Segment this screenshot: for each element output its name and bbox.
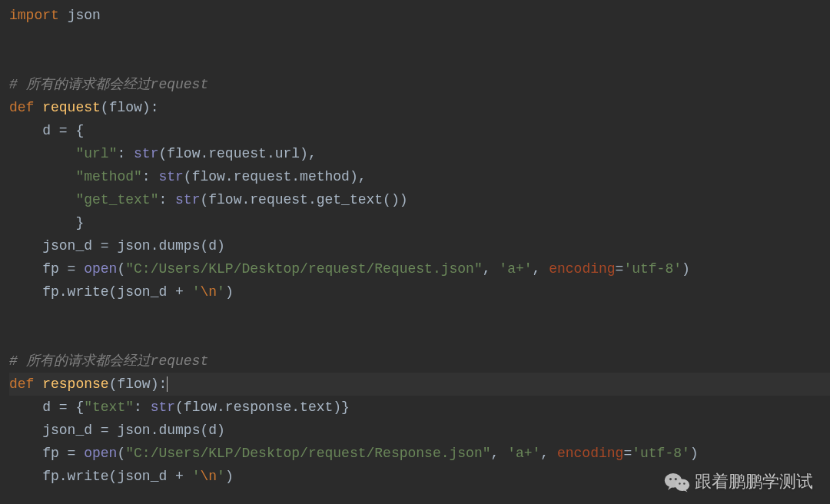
code-token: ,	[491, 446, 508, 461]
code-token: d = {	[9, 123, 84, 138]
code-token: open	[84, 261, 117, 277]
code-token: 'utf-8'	[623, 261, 682, 277]
code-line[interactable]: fp = open("C:/Users/KLP/Desktop/request/…	[9, 442, 830, 465]
svg-point-5	[683, 482, 686, 485]
code-token: 'utf-8'	[632, 446, 690, 461]
code-token: :	[158, 192, 175, 207]
code-token: :	[117, 146, 134, 161]
svg-point-1	[669, 478, 672, 480]
code-token: '	[217, 284, 225, 300]
code-token: (flow.request.get_text())	[200, 192, 407, 207]
code-token: "url"	[75, 146, 117, 161]
code-token: encoding	[557, 446, 623, 461]
code-token	[9, 192, 75, 207]
code-token: '	[192, 469, 201, 484]
code-token: '	[217, 469, 225, 484]
code-line[interactable]: fp.write(json_d + '\n')	[9, 280, 830, 303]
code-line[interactable]: "url": str(flow.request.url),	[9, 142, 830, 165]
svg-point-4	[679, 482, 681, 485]
code-line[interactable]	[9, 327, 830, 350]
code-editor[interactable]: import json # 所有的请求都会经过requestdef reques…	[0, 4, 830, 488]
code-token: "C:/Users/KLP/Desktop/request/Response.j…	[125, 446, 490, 461]
code-token: open	[84, 446, 117, 461]
code-token: '	[192, 284, 201, 300]
code-token: (flow.request.method),	[184, 169, 367, 184]
code-token: # 所有的请求都会经过request	[9, 353, 208, 369]
code-token: json	[68, 8, 101, 23]
code-token	[9, 146, 75, 161]
code-token: (	[117, 446, 125, 461]
code-token: "text"	[84, 400, 134, 415]
code-token: import	[9, 8, 68, 23]
code-token: =	[623, 446, 632, 461]
code-token: )	[690, 446, 699, 461]
code-token: )	[225, 284, 234, 300]
code-line[interactable]: fp = open("C:/Users/KLP/Desktop/request/…	[9, 257, 830, 280]
code-token: request	[42, 100, 101, 115]
code-token: str	[134, 146, 158, 161]
code-line[interactable]: def response(flow):	[9, 373, 830, 396]
code-token: def	[9, 376, 42, 392]
code-line[interactable]: json_d = json.dumps(d)	[9, 234, 830, 257]
code-token: def	[9, 100, 42, 115]
code-token: d = {	[9, 400, 84, 415]
code-line[interactable]: import json	[9, 4, 830, 27]
code-token: ,	[540, 446, 557, 461]
code-line[interactable]: d = {	[9, 119, 830, 142]
text-cursor	[167, 376, 168, 392]
code-token: fp =	[9, 446, 84, 461]
code-token: fp =	[9, 261, 84, 277]
code-token: (flow):	[101, 100, 159, 115]
code-token: :	[134, 400, 151, 415]
watermark: 跟着鹏鹏学测试	[664, 470, 813, 493]
code-token: "get_text"	[75, 192, 158, 207]
code-token: json_d = json.dumps(d)	[9, 238, 225, 254]
wechat-icon	[664, 471, 690, 492]
code-token	[9, 169, 75, 184]
code-token: (	[117, 261, 125, 277]
code-line[interactable]: # 所有的请求都会经过request	[9, 350, 830, 373]
code-token: 'a+'	[507, 446, 540, 461]
code-token: }	[9, 215, 84, 230]
code-line[interactable]: def request(flow):	[9, 96, 830, 119]
code-token: (flow.response.text)}	[175, 400, 350, 415]
code-line[interactable]	[9, 27, 830, 50]
code-token: fp.write(json_d +	[9, 284, 192, 300]
svg-point-2	[675, 478, 677, 480]
code-token: \n	[200, 284, 217, 300]
code-token: str	[175, 192, 200, 207]
code-line[interactable]: json_d = json.dumps(d)	[9, 419, 830, 442]
code-line[interactable]: "method": str(flow.request.method),	[9, 165, 830, 188]
code-token: "method"	[75, 169, 141, 184]
code-token: # 所有的请求都会经过request	[9, 77, 208, 92]
code-token: ,	[533, 261, 549, 277]
code-token: \n	[200, 469, 217, 484]
code-line[interactable]: "get_text": str(flow.request.get_text())	[9, 188, 830, 211]
svg-point-3	[675, 479, 689, 491]
code-line[interactable]: # 所有的请求都会经过request	[9, 73, 830, 96]
code-token: (flow.request.url),	[158, 146, 316, 161]
code-token: ,	[483, 261, 500, 277]
code-token: response	[42, 376, 108, 392]
code-token: :	[142, 169, 159, 184]
code-token: =	[616, 261, 624, 277]
code-line[interactable]: }	[9, 211, 830, 234]
code-line[interactable]: d = {"text": str(flow.response.text)}	[9, 396, 830, 419]
code-line[interactable]	[9, 303, 830, 327]
code-token: json_d = json.dumps(d)	[9, 423, 225, 438]
code-line[interactable]	[9, 50, 830, 73]
code-token: )	[225, 469, 234, 484]
code-token: str	[151, 400, 175, 415]
code-token: str	[158, 169, 183, 184]
code-token: )	[682, 261, 690, 277]
code-token: fp.write(json_d +	[9, 469, 192, 484]
watermark-text: 跟着鹏鹏学测试	[695, 470, 813, 493]
code-token: (flow):	[109, 376, 168, 392]
code-token: "C:/Users/KLP/Desktop/request/Request.js…	[125, 261, 482, 277]
code-token: 'a+'	[499, 261, 532, 277]
code-token: encoding	[549, 261, 615, 277]
